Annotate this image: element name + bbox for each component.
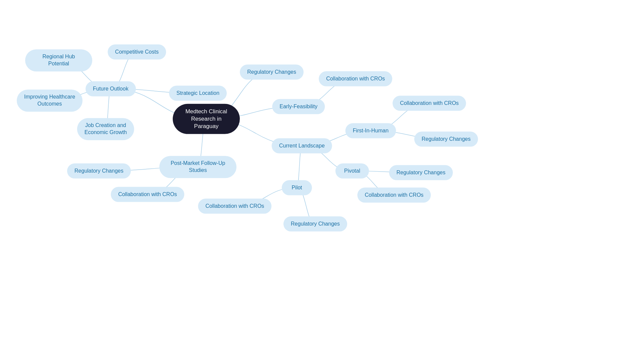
collaboration-cros-2-label: Collaboration with CROs <box>400 100 459 106</box>
pilot-node[interactable]: Pilot <box>282 180 312 195</box>
early-feasibility-label: Early-Feasibility <box>280 104 318 109</box>
collaboration-cros-post-node[interactable]: Collaboration with CROs <box>111 187 184 202</box>
strategic-location-node[interactable]: Strategic Location <box>169 86 227 101</box>
collaboration-cros-1-label: Collaboration with CROs <box>326 76 385 81</box>
pivotal-label: Pivotal <box>344 168 360 174</box>
current-landscape-node[interactable]: Current Landscape <box>272 138 332 154</box>
regional-hub-node[interactable]: Regional Hub Potential <box>25 49 92 71</box>
first-in-human-node[interactable]: First-In-Human <box>345 123 396 138</box>
future-outlook-node[interactable]: Future Outlook <box>86 81 136 97</box>
center-label: Medtech Clinical Research in Paraguay <box>185 108 227 129</box>
collaboration-cros-pilot-node[interactable]: Collaboration with CROs <box>198 199 271 214</box>
first-in-human-label: First-In-Human <box>353 128 389 133</box>
collaboration-cros-pivotal-label: Collaboration with CROs <box>365 192 423 198</box>
collaboration-cros-pilot-label: Collaboration with CROs <box>205 203 264 209</box>
collaboration-cros-1-node[interactable]: Collaboration with CROs <box>319 71 392 86</box>
regulatory-changes-pilot-label: Regulatory Changes <box>291 221 340 227</box>
job-creation-node[interactable]: Job Creation and Economic Growth <box>77 118 134 140</box>
regulatory-changes-pivotal-label: Regulatory Changes <box>396 170 445 175</box>
competitive-costs-label: Competitive Costs <box>115 49 159 55</box>
regulatory-changes-top-node[interactable]: Regulatory Changes <box>240 65 304 80</box>
post-market-label: Post-Market Follow-Up Studies <box>171 160 225 173</box>
improving-healthcare-node[interactable]: Improving Healthcare Outcomes <box>17 89 83 112</box>
regulatory-changes-right-label: Regulatory Changes <box>422 136 471 142</box>
regulatory-changes-pilot-node[interactable]: Regulatory Changes <box>283 217 347 232</box>
regional-hub-label: Regional Hub Potential <box>43 54 75 66</box>
strategic-location-label: Strategic Location <box>176 90 219 96</box>
collaboration-cros-pivotal-node[interactable]: Collaboration with CROs <box>357 188 431 203</box>
competitive-costs-node[interactable]: Competitive Costs <box>108 45 166 60</box>
pilot-label: Pilot <box>291 185 302 190</box>
collaboration-cros-2-node[interactable]: Collaboration with CROs <box>392 96 466 111</box>
regulatory-changes-right-node[interactable]: Regulatory Changes <box>414 132 478 147</box>
future-outlook-label: Future Outlook <box>93 86 128 92</box>
center-node[interactable]: Medtech Clinical Research in Paraguay <box>173 104 240 134</box>
regulatory-changes-top-label: Regulatory Changes <box>247 69 296 75</box>
early-feasibility-node[interactable]: Early-Feasibility <box>272 99 325 114</box>
regulatory-changes-post-node[interactable]: Regulatory Changes <box>67 164 131 179</box>
current-landscape-label: Current Landscape <box>279 143 325 148</box>
pivotal-node[interactable]: Pivotal <box>335 164 369 179</box>
job-creation-label: Job Creation and Economic Growth <box>85 122 127 135</box>
post-market-node[interactable]: Post-Market Follow-Up Studies <box>159 156 236 178</box>
improving-healthcare-label: Improving Healthcare Outcomes <box>24 94 75 107</box>
regulatory-changes-pivotal-node[interactable]: Regulatory Changes <box>389 165 453 180</box>
collaboration-cros-post-label: Collaboration with CROs <box>118 191 177 197</box>
regulatory-changes-post-label: Regulatory Changes <box>74 168 123 174</box>
